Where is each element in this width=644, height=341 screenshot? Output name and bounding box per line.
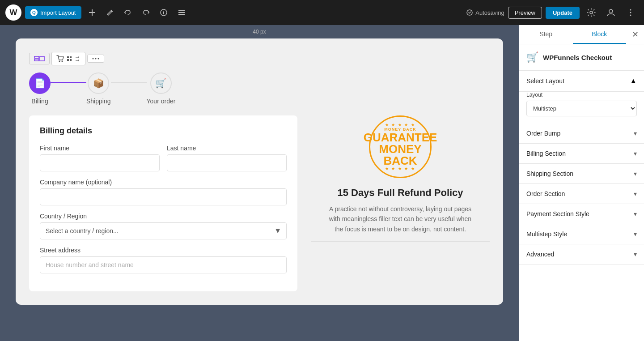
payment-chevron-icon: ▾	[634, 210, 637, 217]
more-options-button[interactable]	[623, 4, 639, 21]
svg-rect-4	[163, 12, 164, 14]
right-panel: Step Block ✕ 🛒 WPFunnels Checkout Select…	[519, 25, 644, 341]
svg-point-18	[62, 61, 63, 62]
shipping-step-circle: 📦	[88, 72, 109, 94]
q-badge: Q	[30, 9, 38, 16]
svg-point-10	[609, 9, 613, 13]
checkout-steps: 📄 Billing 📦 Shipping 🛒 Your order	[29, 72, 490, 105]
step-connector-2	[111, 82, 147, 83]
step-billing: 📄 Billing	[29, 72, 51, 105]
layout-label: Layout	[526, 92, 637, 98]
select-layout-title: Select Layout	[526, 77, 564, 85]
preview-button[interactable]: Preview	[508, 7, 542, 19]
settings-icon-button[interactable]	[583, 4, 599, 21]
last-name-input[interactable]	[167, 154, 287, 171]
select-layout-chevron-up-icon: ▲	[630, 77, 637, 85]
px-label: 40 px	[253, 29, 266, 35]
advanced-section-header[interactable]: Advanced ▾	[519, 244, 644, 264]
advanced-section-title: Advanced	[526, 251, 554, 258]
order-section-header[interactable]: Order Section ▾	[519, 184, 644, 204]
money-back-text: MONEY BACK	[375, 143, 426, 166]
street-row: Street address	[40, 247, 287, 273]
undo-button[interactable]	[121, 5, 135, 20]
svg-point-9	[590, 11, 593, 14]
layout-select[interactable]: Multistep Single Step Two Column	[526, 101, 637, 116]
order-bump-section: Order Bump ▾	[519, 124, 644, 144]
panel-tabs: Step Block ✕	[519, 25, 644, 44]
toolbar-left: W Q Import Layout	[5, 4, 189, 21]
summary-divider	[311, 241, 490, 242]
billing-step-label: Billing	[31, 98, 48, 105]
tab-block[interactable]: Block	[573, 25, 627, 44]
user-icon-button[interactable]	[603, 4, 619, 21]
payment-section-header[interactable]: Payment Section Style ▾	[519, 204, 644, 224]
svg-point-23	[93, 58, 94, 60]
order-bump-header[interactable]: Order Bump ▾	[519, 124, 644, 143]
first-name-group: First name	[40, 145, 160, 171]
svg-point-13	[630, 15, 631, 16]
multistep-style-panel: Multistep Style ▾	[519, 224, 644, 244]
order-bump-title: Order Bump	[526, 130, 560, 137]
block-more-button[interactable]	[87, 55, 104, 63]
country-row: Country / Region Select a country / regi…	[40, 213, 287, 239]
company-row: Company name (optional)	[40, 179, 287, 205]
first-name-input[interactable]	[40, 154, 160, 171]
billing-step-circle: 📄	[29, 72, 51, 94]
block-cart-button[interactable]	[51, 52, 85, 65]
billing-section-header[interactable]: Billing Section ▾	[519, 144, 644, 163]
billing-column: Billing details First name Last name	[29, 115, 297, 291]
order-section-title: Order Section	[526, 190, 565, 197]
select-layout-section[interactable]: Select Layout ▲	[519, 71, 644, 92]
autosave-status: Autosaving	[466, 9, 504, 16]
billing-title: Billing details	[40, 126, 287, 136]
step-shipping: 📦 Shipping	[86, 72, 111, 105]
svg-rect-6	[178, 12, 185, 13]
company-input[interactable]	[40, 188, 287, 205]
canvas-area: 40 px	[0, 25, 519, 341]
svg-rect-5	[178, 10, 185, 11]
last-name-group: Last name	[167, 145, 287, 171]
multistep-style-header[interactable]: Multistep Style ▾	[519, 224, 644, 244]
panel-close-button[interactable]: ✕	[626, 25, 644, 44]
update-button[interactable]: Update	[546, 7, 580, 19]
info-button[interactable]	[157, 5, 171, 20]
step-connector-1	[51, 82, 86, 83]
street-input[interactable]	[40, 256, 287, 273]
shipping-chevron-icon: ▾	[634, 170, 637, 177]
plugin-header: 🛒 WPFunnels Checkout	[519, 44, 644, 71]
import-label: Import Layout	[40, 9, 76, 16]
svg-rect-20	[70, 56, 72, 58]
payment-section-panel: Payment Section Style ▾	[519, 204, 644, 224]
multistep-chevron-icon: ▾	[634, 230, 637, 238]
shipping-step-label: Shipping	[86, 98, 111, 105]
shipping-section-header[interactable]: Shipping Section ▾	[519, 164, 644, 183]
checkout-columns: Billing details First name Last name	[29, 115, 490, 291]
stars-bottom-icon: ★ ★ ★ ★ ★	[385, 166, 415, 171]
svg-rect-7	[178, 14, 185, 15]
guarantee-badge: ★ ★ ★ ★ ★ MONEY BACK GUARANTEE MONEY BAC…	[369, 115, 432, 178]
order-section-panel: Order Section ▾	[519, 184, 644, 204]
svg-rect-14	[34, 56, 39, 58]
country-select[interactable]: Select a country / region...	[40, 222, 287, 239]
billing-card: Billing details First name Last name	[29, 115, 297, 291]
refund-title: 15 Days Full Refund Policy	[337, 187, 463, 199]
billing-section-panel: Billing Section ▾	[519, 144, 644, 164]
shipping-section-title: Shipping Section	[526, 170, 573, 177]
block-select-button[interactable]	[29, 53, 50, 64]
svg-rect-1	[89, 12, 95, 13]
import-layout-button[interactable]: Q Import Layout	[25, 6, 81, 19]
redo-button[interactable]	[139, 5, 153, 20]
tools-button[interactable]	[103, 5, 117, 20]
country-select-wrap: Select a country / region... ▼	[40, 222, 287, 239]
add-block-button[interactable]	[85, 5, 99, 20]
wp-logo-icon: W	[5, 4, 21, 21]
list-view-button[interactable]	[174, 5, 189, 20]
svg-point-17	[59, 61, 60, 62]
svg-point-25	[98, 58, 99, 60]
billing-chevron-icon: ▾	[634, 150, 637, 157]
order-step-label: Your order	[147, 98, 176, 105]
guarantee-text: GUARANTEE	[364, 132, 437, 143]
tab-step[interactable]: Step	[519, 25, 573, 44]
svg-point-24	[95, 58, 97, 60]
stars-icon: ★ ★ ★ ★ ★	[385, 123, 415, 127]
